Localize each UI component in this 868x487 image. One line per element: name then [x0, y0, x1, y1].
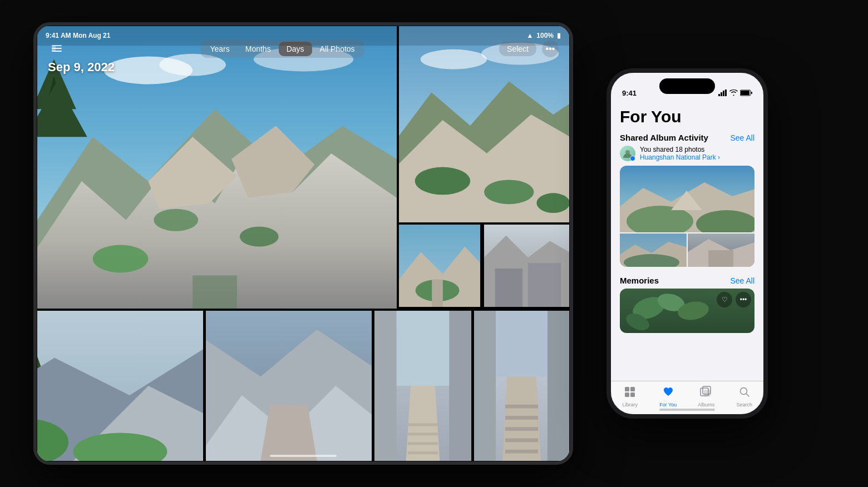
svg-point-13 — [240, 227, 279, 247]
tab-library[interactable]: Library — [611, 386, 649, 408]
battery-icon: ▮ — [557, 32, 561, 39]
iphone-content: For You Shared Album Activity See All Yo… — [611, 101, 763, 381]
svg-rect-89 — [625, 387, 629, 391]
avatar — [620, 146, 635, 161]
online-dot — [630, 156, 635, 161]
battery-icon — [740, 90, 752, 97]
svg-rect-58 — [505, 427, 538, 431]
memories-title: Memories — [620, 276, 659, 285]
photo-bot-right-2[interactable] — [474, 310, 570, 461]
memories-section: ♡ ••• — [611, 289, 763, 333]
shared-activity: You shared 18 photos Huangshan National … — [611, 146, 763, 161]
album-small-photo-1[interactable] — [620, 233, 687, 267]
svg-rect-52 — [474, 311, 496, 461]
svg-rect-64 — [52, 45, 56, 52]
photo-bot-right-1[interactable] — [374, 310, 472, 461]
svg-rect-29 — [495, 269, 522, 307]
svg-rect-45 — [397, 311, 450, 386]
tab-for-you[interactable]: For You — [649, 386, 688, 408]
svg-rect-67 — [723, 91, 724, 96]
page-title: For You — [611, 101, 763, 131]
ipad-device: 9:41 AM Mon Aug 21 ▲ 100% ▮ — [33, 22, 573, 465]
svg-rect-57 — [505, 416, 538, 420]
svg-rect-44 — [449, 311, 471, 461]
svg-rect-95 — [704, 390, 711, 396]
home-indicator — [659, 409, 715, 411]
search-icon — [738, 386, 751, 401]
photo-mid-right-1[interactable] — [398, 224, 481, 307]
svg-rect-59 — [505, 439, 538, 443]
svg-marker-41 — [260, 405, 317, 461]
memory-card[interactable]: ♡ ••• — [620, 289, 754, 333]
svg-rect-70 — [741, 91, 749, 95]
svg-rect-50 — [408, 451, 438, 454]
album-photos — [620, 166, 754, 267]
library-icon — [624, 386, 636, 401]
svg-rect-9 — [193, 275, 237, 309]
ipad-time: 9:41 AM Mon Aug 21 — [46, 32, 110, 39]
svg-rect-83 — [708, 250, 733, 267]
tab-albums[interactable]: Albums — [687, 386, 726, 408]
albums-icon — [700, 386, 712, 401]
photo-mid-right-2[interactable] — [484, 224, 570, 307]
svg-rect-47 — [408, 424, 438, 426]
album-main-photo[interactable] — [620, 166, 754, 232]
svg-rect-65 — [718, 94, 720, 96]
activity-text: You shared 18 photos — [640, 146, 720, 153]
memory-more-button[interactable]: ••• — [736, 292, 751, 307]
library-label: Library — [622, 402, 638, 408]
photo-bot-center[interactable] — [205, 310, 372, 461]
svg-rect-92 — [630, 392, 635, 397]
svg-rect-56 — [505, 405, 538, 409]
wifi-icon — [729, 90, 738, 97]
wifi-icon: ▲ — [526, 32, 533, 39]
for-you-icon — [662, 386, 674, 401]
svg-rect-66 — [721, 92, 722, 96]
albums-label: Albums — [698, 402, 714, 408]
photo-grid — [37, 26, 570, 461]
for-you-label: For You — [659, 402, 677, 408]
tab-search[interactable]: Search — [726, 386, 764, 408]
svg-rect-54 — [496, 311, 548, 376]
svg-point-14 — [93, 245, 149, 273]
svg-rect-43 — [374, 311, 397, 461]
album-small-photo-2[interactable] — [688, 233, 754, 267]
iphone-device: 9:41 For You Shared Album Activity See A… — [606, 68, 768, 419]
memories-see-all[interactable]: See All — [730, 276, 754, 285]
svg-rect-68 — [725, 90, 727, 96]
svg-point-20 — [415, 167, 470, 195]
svg-rect-49 — [408, 442, 438, 445]
iphone-time: 9:41 — [622, 89, 637, 97]
battery-indicator: 100% — [536, 32, 554, 39]
search-label: Search — [736, 402, 752, 408]
svg-rect-60 — [505, 450, 538, 454]
svg-rect-90 — [630, 387, 635, 391]
signal-icon — [718, 90, 727, 97]
svg-rect-48 — [408, 433, 438, 435]
shared-album-see-all[interactable]: See All — [730, 133, 754, 142]
scroll-indicator — [270, 455, 337, 457]
svg-rect-53 — [548, 311, 569, 461]
photo-bot-left[interactable] — [37, 310, 204, 461]
svg-point-21 — [484, 180, 534, 204]
shared-album-title: Shared Album Activity — [620, 133, 708, 142]
svg-rect-91 — [625, 392, 629, 397]
svg-point-12 — [154, 209, 198, 231]
svg-line-97 — [746, 394, 749, 396]
dynamic-island — [659, 78, 715, 94]
svg-rect-30 — [528, 263, 561, 307]
svg-rect-71 — [751, 92, 752, 94]
date-label: Sep 9, 2022 — [48, 60, 115, 74]
memories-section-header: Memories See All — [611, 274, 763, 289]
svg-rect-26 — [432, 280, 443, 307]
shared-album-section-header: Shared Album Activity See All — [611, 131, 763, 146]
ipad-status-bar: 9:41 AM Mon Aug 21 ▲ 100% ▮ — [37, 26, 570, 46]
memory-heart-button[interactable]: ♡ — [717, 292, 732, 307]
memory-actions: ♡ ••• — [717, 292, 751, 307]
svg-point-22 — [536, 193, 569, 213]
album-link[interactable]: Huangshan National Park › — [640, 153, 720, 161]
